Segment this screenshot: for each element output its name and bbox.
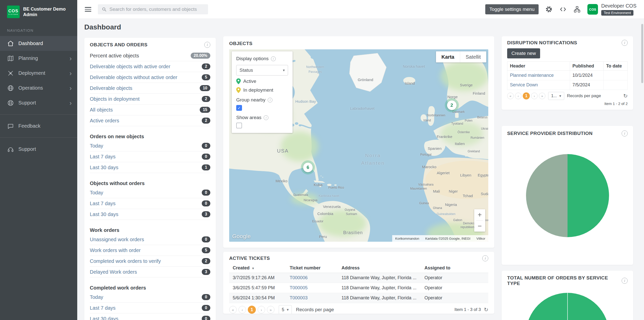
list-item-label[interactable]: Deliverable objects [90, 85, 132, 91]
search-input[interactable] [109, 7, 205, 12]
list-item[interactable]: Today0 [90, 292, 210, 303]
last-page-button[interactable]: » [267, 306, 274, 313]
refresh-icon[interactable]: ↻ [484, 307, 488, 313]
list-item[interactable]: Last 7 days0 [90, 303, 210, 313]
map-shortcuts-link[interactable]: Kortkommandon [395, 237, 419, 240]
page-size-select[interactable]: 5 ▾ [279, 305, 292, 314]
list-item-label[interactable]: Last 7 days [90, 305, 115, 311]
disruption-link[interactable]: Planned maintenance [510, 73, 554, 78]
list-item[interactable]: Last 30 days0 [90, 313, 210, 320]
list-item[interactable]: Last 30 days3 [90, 209, 210, 220]
show-areas-checkbox[interactable] [236, 123, 242, 128]
map-type-satellit-button[interactable]: Satellit [460, 51, 486, 62]
next-page-button[interactable]: › [258, 306, 265, 313]
list-item-label[interactable]: Unassigned work orders [90, 237, 144, 242]
info-icon[interactable]: i [622, 40, 628, 46]
page-scrollbar-thumb[interactable] [641, 24, 643, 83]
prev-page-button[interactable]: ‹ [515, 93, 521, 99]
app-brand[interactable]: COS SYSTEMS BE Customer Demo Admin [0, 0, 77, 21]
list-item[interactable]: Active orders2 [90, 115, 210, 126]
last-page-button[interactable]: » [539, 93, 545, 99]
sitemap-icon[interactable] [573, 6, 581, 13]
map-terms-link[interactable]: Villkor [476, 237, 485, 240]
sidebar-item-support[interactable]: Support › [0, 95, 77, 110]
list-item[interactable]: Percent active objects20.00% [90, 50, 210, 61]
info-icon[interactable]: i [622, 278, 628, 284]
zoom-in-button[interactable]: + [474, 209, 485, 220]
list-item-label[interactable]: Last 7 days [90, 154, 115, 160]
list-item-label[interactable]: Work orders with order [90, 247, 141, 253]
column-header-to-date[interactable]: To date [603, 62, 628, 71]
list-item-label[interactable]: Deliverable objects with active order [90, 64, 170, 69]
list-item[interactable]: Last 7 days0 [90, 151, 210, 162]
list-item[interactable]: Objects in deployment2 [90, 94, 210, 104]
column-header-address[interactable]: Address [338, 263, 421, 273]
create-new-button[interactable]: Create new [507, 48, 540, 58]
first-page-button[interactable]: « [507, 93, 514, 99]
ticket-number-link[interactable]: T000006 [290, 275, 308, 280]
list-item-label[interactable]: All objects [90, 107, 113, 113]
sidebar-item-deployment[interactable]: Deployment › [0, 66, 77, 81]
list-item[interactable]: Deliverable objects without active order… [90, 72, 210, 83]
list-item-label[interactable]: Last 30 days [90, 316, 118, 320]
code-icon[interactable] [559, 6, 567, 13]
sidebar-item-feedback[interactable]: Feedback [0, 119, 77, 133]
list-item-label[interactable]: Objects in deployment [90, 96, 140, 102]
current-page-button[interactable]: 1 [248, 306, 256, 314]
list-item-label[interactable]: Completed work orders to verify [90, 258, 161, 264]
page-size-select[interactable]: 1... ▾ [548, 92, 564, 100]
list-item[interactable]: Unassigned work orders0 [90, 234, 210, 245]
list-item[interactable]: Last 7 days0 [90, 198, 210, 209]
list-item[interactable]: Deliverable objects with active order2 [90, 61, 210, 72]
ticket-row[interactable]: 3/6/2025 5:47:59 PMT000005118 Diamante W… [229, 283, 488, 293]
map-cluster-marker[interactable]: 2 [445, 98, 459, 112]
list-item-label[interactable]: Today [90, 190, 103, 196]
list-item[interactable]: Last 30 days1 [90, 162, 210, 173]
list-item-label[interactable]: Today [90, 143, 103, 149]
list-item-label[interactable]: Last 30 days [90, 211, 118, 217]
info-icon[interactable]: i [204, 42, 210, 48]
info-icon[interactable]: i [271, 56, 276, 61]
current-page-button[interactable]: 1 [523, 92, 530, 99]
status-filter-select[interactable]: Status ▾ [236, 65, 288, 76]
list-item-label[interactable]: Last 7 days [90, 201, 115, 206]
list-item[interactable]: Today0 [90, 187, 210, 198]
map-cluster-marker[interactable]: 6 [301, 160, 315, 174]
next-page-button[interactable]: › [531, 93, 538, 99]
list-item-label[interactable]: Delayed Work orders [90, 269, 137, 275]
sidebar-item-support-bottom[interactable]: Support [0, 142, 77, 157]
ticket-row[interactable]: 5/6/2024 1:30:54 PMT000003118 Diamante W… [229, 293, 488, 303]
column-header-assigned-to[interactable]: Assigned to [421, 263, 488, 273]
sidebar-item-dashboard[interactable]: Dashboard [0, 36, 77, 51]
list-item[interactable]: Work orders with order5 [90, 245, 210, 256]
user-menu[interactable]: COS Developer COS Test Environment [587, 3, 636, 16]
ticket-number-link[interactable]: T000003 [290, 295, 308, 300]
column-header-ticket-number[interactable]: Ticket number [286, 263, 338, 273]
global-search[interactable] [98, 4, 208, 14]
info-icon[interactable]: i [622, 130, 628, 136]
column-header-header[interactable]: Header [507, 62, 570, 71]
list-item-label[interactable]: Last 30 days [90, 165, 118, 170]
disruption-link[interactable]: Service Down [510, 82, 538, 87]
list-item[interactable]: Delayed Work orders3 [90, 267, 210, 277]
ticket-row[interactable]: 3/7/2025 9:17:26 AMT000006118 Diamante W… [229, 273, 488, 283]
list-item[interactable]: All objects15 [90, 104, 210, 115]
list-item-label[interactable]: Today [90, 294, 103, 300]
gear-icon[interactable] [545, 6, 553, 13]
list-item[interactable]: Completed work orders to verify2 [90, 256, 210, 267]
list-item[interactable]: Today0 [90, 140, 210, 151]
column-header-published[interactable]: Published [570, 62, 603, 71]
info-icon[interactable]: i [268, 98, 272, 102]
map-type-karta-button[interactable]: Karta [436, 51, 460, 62]
zoom-out-button[interactable]: − [474, 221, 485, 232]
list-item[interactable]: Deliverable objects10 [90, 83, 210, 94]
info-icon[interactable]: i [482, 255, 488, 261]
sidebar-item-planning[interactable]: Planning › [0, 51, 77, 66]
list-item-label[interactable]: Active orders [90, 118, 119, 124]
prev-page-button[interactable]: ‹ [238, 306, 246, 313]
first-page-button[interactable]: « [229, 306, 237, 313]
sidebar-item-operations[interactable]: Operations › [0, 81, 77, 95]
group-nearby-checkbox[interactable]: ✓ [236, 105, 242, 111]
column-header-created[interactable]: Created▼ [229, 263, 286, 273]
disruption-row[interactable]: Service Down7/5/2024 [507, 80, 628, 90]
